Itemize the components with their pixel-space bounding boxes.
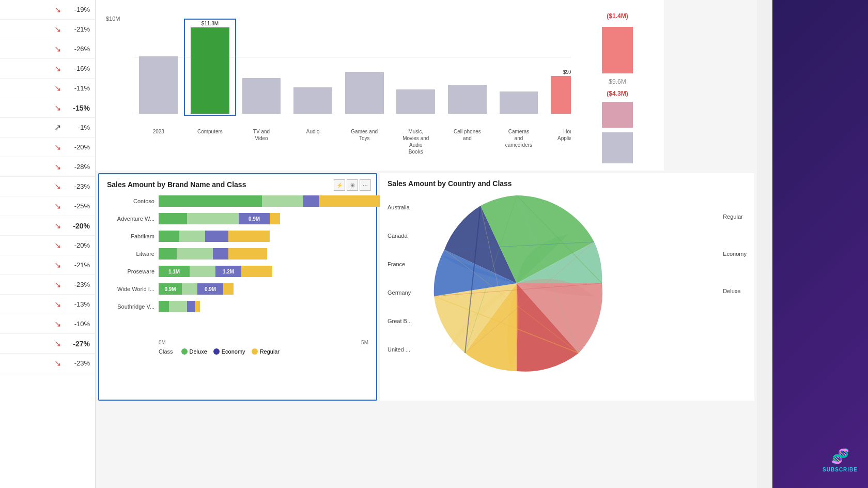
- sidebar-row-5: ↘-15%: [0, 98, 95, 118]
- seg-1-2: 0.9M: [239, 213, 270, 224]
- hbar-row-3: Litware: [107, 247, 368, 261]
- seg-label-5-0: 0.9M: [164, 286, 176, 292]
- brand-label-6: Southridge V...: [107, 303, 159, 310]
- grid-icon-btn[interactable]: ⊞: [347, 179, 358, 191]
- seg-label-4-2: 1.2M: [223, 269, 234, 274]
- sidebar-row-0: ↘-19%: [0, 0, 95, 20]
- seg-6-1: [169, 301, 187, 312]
- country-labels: Australia Canada France Germany Great B.…: [388, 193, 412, 363]
- economy-dot: [213, 348, 220, 355]
- pct-14: -23%: [65, 281, 90, 288]
- sidebar-row-12: ↘-20%: [0, 236, 95, 255]
- bar-group-7: [494, 21, 543, 114]
- pct-5: -15%: [65, 104, 90, 112]
- x-label-1: Computers: [186, 127, 235, 155]
- sidebar-row-16: ↘-10%: [0, 314, 95, 334]
- seg-3-2: [213, 248, 228, 260]
- hbar-row-1: Adventure W...0.9M: [107, 211, 368, 226]
- pct-3: -16%: [65, 65, 90, 72]
- brand-track-0: [159, 195, 381, 207]
- brand-track-3: [159, 248, 368, 260]
- regular-right-label: Regular: [723, 213, 747, 220]
- arrow-icon-11: ↘: [54, 221, 61, 231]
- legend-class-label: Class: [159, 348, 173, 355]
- bottom-section: Sales Amount by Brand Name and Class ⚡ ⊞…: [96, 171, 757, 488]
- filter-icon-btn[interactable]: ⚡: [334, 179, 345, 191]
- country-chart: Sales Amount by Country and Class Austra…: [380, 173, 754, 401]
- subscribe-area: 🧬 SUBSCRIBE: [823, 448, 858, 472]
- seg-0-3: [319, 195, 381, 207]
- bar-4: [345, 72, 384, 114]
- deluxe-dot: [181, 348, 188, 355]
- sidebar-row-13: ↘-21%: [0, 255, 95, 275]
- bar-6: [448, 85, 487, 114]
- chord-svg: [419, 193, 615, 374]
- more-icon-btn[interactable]: ⋯: [360, 179, 371, 191]
- arrow-icon-13: ↘: [54, 260, 61, 270]
- gray-bar-right: [602, 132, 633, 163]
- x-labels-row: 2023ComputersTV andVideoAudioGames andTo…: [134, 127, 646, 155]
- arrow-icon-7: ↘: [54, 142, 61, 152]
- pct-4: -11%: [65, 84, 90, 92]
- main-area: $10M $11.8M$9.6M 2023ComputersTV andVide…: [96, 0, 757, 488]
- label-1-4m: ($1.4M): [607, 12, 628, 20]
- seg-2-1: [179, 231, 205, 242]
- seg-0-2: [303, 195, 319, 207]
- hbar-row-6: Southridge V...: [107, 299, 368, 314]
- sidebar-row-17: ↘-27%: [0, 334, 95, 354]
- right-panel: 🧬 SUBSCRIBE: [772, 0, 868, 488]
- deluxe-right-label: Deluxe: [723, 288, 747, 294]
- brand-track-1: 0.9M: [159, 213, 368, 224]
- pct-10: -25%: [65, 202, 90, 210]
- label-9-6m: $9.6M: [609, 78, 626, 85]
- arrow-icon-2: ↘: [54, 44, 61, 54]
- sidebar-row-11: ↘-20%: [0, 216, 95, 236]
- pct-2: -26%: [65, 45, 90, 53]
- brand-track-6: [159, 301, 368, 312]
- pct-9: -23%: [65, 182, 90, 190]
- arrow-icon-4: ↘: [54, 83, 61, 93]
- seg-3-0: [159, 248, 177, 260]
- sidebar-row-1: ↘-21%: [0, 20, 95, 39]
- pct-11: -20%: [65, 222, 90, 230]
- subscribe-icon: 🧬: [831, 448, 849, 465]
- bar-2: [242, 78, 281, 114]
- seg-4-1: [190, 266, 215, 277]
- pct-17: -27%: [65, 340, 90, 348]
- seg-4-0: 1.1M: [159, 266, 190, 277]
- seg-4-2: 1.2M: [215, 266, 241, 277]
- seg-2-0: [159, 231, 179, 242]
- left-sidebar: ↘-19%↘-21%↘-26%↘-16%↘-11%↘-15%↗-1%↘-20%↘…: [0, 0, 96, 488]
- arrow-icon-17: ↘: [54, 339, 61, 348]
- x-label-6: Cell phonesand: [443, 127, 492, 155]
- country-france: France: [388, 261, 412, 267]
- seg-4-3: [241, 266, 272, 277]
- seg-5-0: 0.9M: [159, 283, 182, 295]
- seg-label-1-2: 0.9M: [249, 216, 260, 222]
- seg-2-2: [205, 231, 228, 242]
- bar-group-5: [392, 21, 440, 114]
- brand-track-4: 1.1M1.2M: [159, 266, 368, 277]
- hbar-row-2: Fabrikam: [107, 229, 368, 243]
- regular-dot: [252, 348, 258, 355]
- pct-7: -20%: [65, 143, 90, 151]
- sidebar-row-7: ↘-20%: [0, 138, 95, 157]
- class-labels-right: Regular Economy Deluxe: [723, 213, 747, 294]
- seg-1-3: [270, 213, 280, 224]
- sidebar-row-4: ↘-11%: [0, 79, 95, 98]
- bar-0: [139, 56, 178, 114]
- seg-1-1: [187, 213, 239, 224]
- bar-label-above-1: $11.8M: [202, 21, 219, 26]
- axis-0m: 0M: [159, 340, 166, 345]
- bar-group-1[interactable]: $11.8M: [186, 21, 235, 114]
- x-label-7: Camerasandcamcorders: [494, 127, 543, 155]
- sidebar-row-15: ↘-13%: [0, 295, 95, 314]
- pink-bar-low: [602, 102, 633, 128]
- hbar-legend: Class Deluxe Economy Regular: [107, 348, 368, 355]
- seg-6-3: [195, 301, 200, 312]
- x-label-3: Audio: [289, 127, 337, 155]
- pct-8: -28%: [65, 163, 90, 171]
- legend-deluxe: Deluxe: [181, 348, 207, 355]
- seg-0-0: [159, 195, 262, 207]
- economy-label: Economy: [222, 348, 245, 355]
